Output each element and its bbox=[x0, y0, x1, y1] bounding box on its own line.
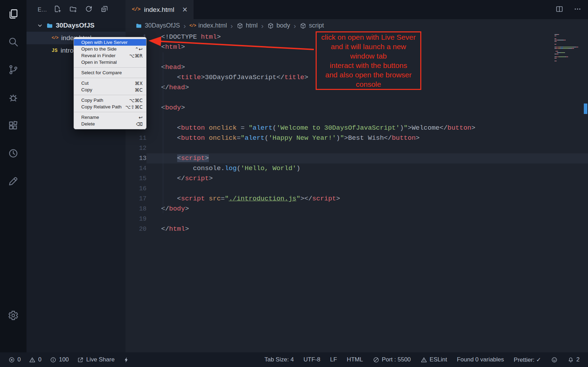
collapse-all-icon bbox=[100, 5, 108, 13]
code-line-16[interactable]: 16 bbox=[126, 184, 588, 194]
line-number[interactable]: 14 bbox=[126, 163, 146, 174]
annotation-line: interact with the buttons bbox=[317, 61, 420, 70]
status-port[interactable]: Port : 5500 bbox=[373, 356, 411, 363]
line-number[interactable]: 18 bbox=[126, 204, 146, 214]
tree-item-root-folder[interactable]: 30DaysOfJS bbox=[27, 19, 126, 32]
code-text: <button onclick = "alert('Welcome to 30D… bbox=[146, 123, 588, 133]
menu-item-label: Open to the Side bbox=[81, 46, 116, 52]
status-errors[interactable]: 0 bbox=[8, 356, 21, 363]
status-language-mode[interactable]: HTML bbox=[347, 356, 363, 363]
code-line-17[interactable]: 17 <script src="./introduction.js"></scr… bbox=[126, 194, 588, 204]
activity-bar bbox=[0, 0, 27, 352]
menu-item-label: Cut bbox=[81, 81, 89, 86]
activity-bar-item-explorer[interactable] bbox=[0, 0, 27, 28]
status-bar-right: Tab Size: 4UTF-8LFHTMLPort : 5500ESLintF… bbox=[264, 356, 580, 364]
refresh-button[interactable] bbox=[85, 5, 93, 14]
activity-bar-item-edit[interactable] bbox=[0, 167, 27, 195]
line-number[interactable]: 13 bbox=[126, 153, 146, 163]
minimap-line bbox=[555, 38, 582, 39]
line-number[interactable]: 19 bbox=[126, 214, 146, 224]
code-line-11[interactable]: 11 <button onclick="alert('Happy New Yea… bbox=[126, 133, 588, 143]
breadcrumb-label: script bbox=[309, 22, 324, 29]
bolt-icon bbox=[123, 357, 130, 363]
annotation-line: window tab bbox=[317, 51, 420, 61]
menu-item-open-in-terminal[interactable]: Open in Terminal bbox=[74, 59, 146, 66]
line-number[interactable]: 15 bbox=[126, 174, 146, 184]
line-number[interactable]: 17 bbox=[126, 194, 146, 204]
status-variables[interactable]: Found 0 variables bbox=[457, 356, 504, 363]
breadcrumb: 30DaysOfJS›</>index.html›html›body›scrip… bbox=[126, 19, 588, 32]
menu-item-cut[interactable]: Cut⌘X bbox=[74, 80, 146, 86]
breadcrumb-item-body[interactable]: body bbox=[267, 22, 290, 29]
line-number[interactable]: 11 bbox=[126, 133, 146, 143]
code-text: <script> bbox=[146, 153, 588, 163]
breadcrumb-item-html[interactable]: html bbox=[236, 22, 258, 29]
status-prettier[interactable]: Prettier: ✓ bbox=[514, 356, 541, 364]
files-icon bbox=[8, 8, 19, 20]
activity-bar-item-extensions[interactable] bbox=[0, 112, 27, 139]
line-number[interactable]: 20 bbox=[126, 224, 146, 234]
activity-bar-item-settings[interactable] bbox=[0, 301, 27, 329]
status-notifications[interactable]: 2 bbox=[567, 356, 580, 363]
minimap-line bbox=[555, 56, 582, 57]
breadcrumb-item-30daysofjs[interactable]: 30DaysOfJS bbox=[135, 22, 180, 29]
menu-item-open-to-the-side[interactable]: Open to the Side⌃↩ bbox=[74, 46, 146, 52]
code-line-20[interactable]: 20</html> bbox=[126, 224, 588, 234]
new-folder-button[interactable] bbox=[69, 5, 77, 14]
html-file-icon: </> bbox=[52, 36, 58, 40]
line-number[interactable]: 16 bbox=[126, 184, 146, 194]
menu-item-copy-relative-path[interactable]: Copy Relative Path⌥⇧⌘C bbox=[74, 104, 146, 110]
menu-item-copy-path[interactable]: Copy Path⌥⌘C bbox=[74, 97, 146, 104]
minimap-line bbox=[555, 40, 582, 40]
status-live-share[interactable]: Live Share bbox=[77, 356, 114, 363]
code-line-7[interactable]: 7 bbox=[126, 93, 588, 103]
status-encoding[interactable]: UTF-8 bbox=[303, 356, 320, 363]
minimap[interactable] bbox=[555, 34, 582, 62]
breadcrumb-item-script[interactable]: script bbox=[300, 22, 324, 29]
code-line-12[interactable]: 12 bbox=[126, 143, 588, 153]
line-number[interactable]: 12 bbox=[126, 143, 146, 153]
status-eslint[interactable]: ESLint bbox=[421, 356, 447, 363]
new-folder-icon bbox=[69, 5, 77, 13]
menu-item-reveal-in-finder[interactable]: Reveal in Finder⌥⌘R bbox=[74, 52, 146, 59]
activity-bar-item-source-control[interactable] bbox=[0, 56, 27, 84]
status-info-count[interactable]: 100 bbox=[50, 356, 69, 363]
split-editor-button[interactable] bbox=[555, 5, 564, 15]
code-line-18[interactable]: 18</body> bbox=[126, 204, 588, 214]
activity-bar-item-search[interactable] bbox=[0, 28, 27, 56]
code-line-9[interactable]: 9 bbox=[126, 113, 588, 123]
status-feedback[interactable] bbox=[551, 357, 558, 363]
minimap-line bbox=[555, 52, 582, 53]
status-tab-size[interactable]: Tab Size: 4 bbox=[264, 356, 294, 363]
more-actions-button[interactable] bbox=[573, 5, 582, 15]
status-eol[interactable]: LF bbox=[330, 356, 337, 363]
folder-name: 30DaysOfJS bbox=[56, 22, 95, 29]
menu-item-rename[interactable]: Rename↩ bbox=[74, 114, 146, 121]
new-file-button[interactable] bbox=[53, 5, 61, 14]
status-label: UTF-8 bbox=[303, 356, 320, 363]
pen-icon bbox=[8, 176, 19, 187]
annotation-line: console bbox=[317, 79, 420, 89]
minimap-line bbox=[555, 37, 582, 38]
status-warnings[interactable]: 0 bbox=[29, 356, 41, 363]
code-line-15[interactable]: 15 </script> bbox=[126, 174, 588, 184]
menu-item-label: Reveal in Finder bbox=[81, 53, 115, 58]
menu-item-open-with-live-server[interactable]: Open with Live Server bbox=[74, 39, 146, 46]
code-line-13[interactable]: 13 <script> bbox=[126, 153, 588, 163]
menu-item-copy[interactable]: Copy⌘C bbox=[74, 86, 146, 93]
menu-item-select-for-compare[interactable]: Select for Compare bbox=[74, 69, 146, 76]
collapse-all-button[interactable] bbox=[100, 5, 108, 14]
activity-bar-item-history[interactable] bbox=[0, 139, 27, 167]
code-line-10[interactable]: 10 <button onclick = "alert('Welcome to … bbox=[126, 123, 588, 133]
code-line-14[interactable]: 14 console.log('Hello, World') bbox=[126, 163, 588, 174]
menu-item-delete[interactable]: Delete⌫ bbox=[74, 121, 146, 127]
status-quick-actions[interactable] bbox=[123, 357, 130, 363]
new-file-icon bbox=[53, 5, 61, 13]
code-line-8[interactable]: 8<body> bbox=[126, 103, 588, 113]
breadcrumb-item-index-html[interactable]: </>index.html bbox=[189, 22, 227, 29]
breadcrumb-label: body bbox=[277, 22, 290, 29]
tab-index-html[interactable]: </> index.html × bbox=[126, 0, 194, 19]
close-icon[interactable]: × bbox=[182, 5, 188, 14]
code-line-19[interactable]: 19 bbox=[126, 214, 588, 224]
activity-bar-item-run-debug[interactable] bbox=[0, 84, 27, 112]
